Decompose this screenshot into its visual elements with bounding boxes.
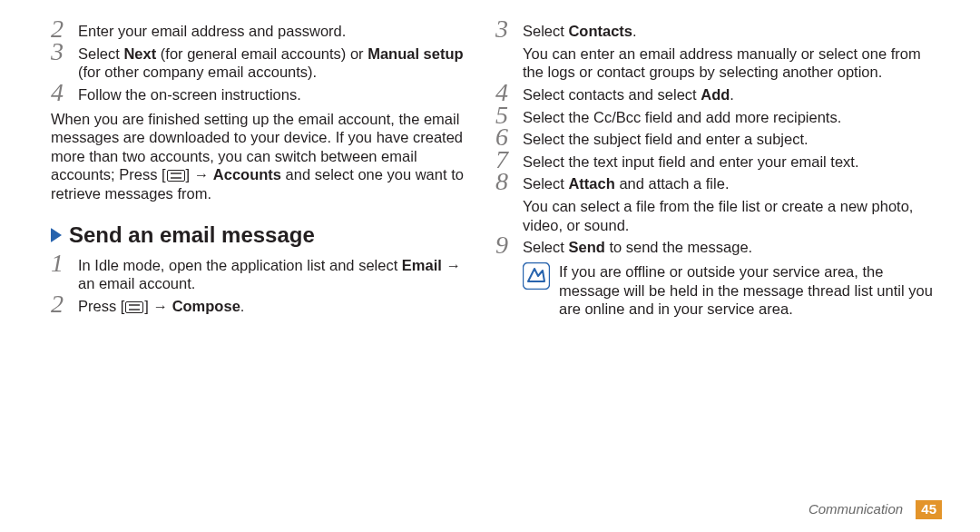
step-number: 1 bbox=[51, 251, 74, 276]
page-footer: Communication 45 bbox=[808, 500, 942, 519]
step-text: Select the Cc/Bcc field and add more rec… bbox=[523, 109, 841, 125]
step-item: 9Select Send to send the message. bbox=[495, 238, 940, 257]
step-subtext: You can select a file from the file list… bbox=[495, 197, 940, 234]
step-text: In Idle mode, open the application list … bbox=[78, 257, 461, 292]
step-item: 4Follow the on-screen instructions. bbox=[51, 85, 472, 104]
step-text: Select Contacts. bbox=[523, 23, 637, 39]
steps-group-send-cont: 3Select Contacts.You can enter an email … bbox=[495, 22, 940, 257]
menu-key-icon bbox=[124, 301, 144, 313]
step-text: Enter your email address and password. bbox=[78, 23, 346, 39]
step-item: 7Select the text input field and enter y… bbox=[495, 153, 940, 172]
column-left: 2Enter your email address and password.3… bbox=[51, 18, 495, 512]
step-number: 3 bbox=[495, 16, 519, 42]
step-item: 3Select Contacts. bbox=[495, 22, 940, 41]
step-number: 2 bbox=[51, 291, 74, 317]
column-right: 3Select Contacts.You can enter an email … bbox=[495, 18, 940, 512]
step-subtext: You can enter an email address manually … bbox=[495, 44, 940, 82]
heading-text: Send an email message bbox=[69, 222, 315, 249]
step-number: 4 bbox=[51, 80, 74, 105]
svg-rect-6 bbox=[524, 262, 550, 289]
step-item: 4Select contacts and select Add. bbox=[495, 85, 940, 104]
step-item: 1In Idle mode, open the application list… bbox=[51, 256, 472, 293]
page-number: 45 bbox=[916, 500, 942, 519]
step-text: Select the subject field and enter a sub… bbox=[523, 131, 808, 147]
step-item: 2Enter your email address and password. bbox=[51, 22, 472, 41]
step-item: 3Select Next (for general email accounts… bbox=[51, 44, 472, 82]
svg-rect-0 bbox=[167, 171, 184, 182]
note-offline: If you are offline or outside your servi… bbox=[495, 262, 940, 319]
note-text: If you are offline or outside your servi… bbox=[559, 262, 940, 319]
step-item: 6Select the subject field and enter a su… bbox=[495, 130, 940, 149]
step-item: 8Select Attach and attach a file. bbox=[495, 174, 940, 193]
step-text: Select Next (for general email accounts)… bbox=[78, 45, 464, 81]
paragraph-account-switch: When you are finished setting up the ema… bbox=[51, 110, 472, 203]
step-text: Select contacts and select Add. bbox=[523, 86, 734, 103]
heading-send-email: Send an email message bbox=[51, 222, 472, 249]
step-text: Select the text input field and enter yo… bbox=[523, 153, 859, 170]
step-item: 5Select the Cc/Bcc field and add more re… bbox=[495, 108, 940, 127]
chevron-right-icon bbox=[51, 228, 62, 242]
menu-key-icon bbox=[166, 170, 186, 182]
step-text: Press [] → Compose. bbox=[78, 298, 244, 314]
step-number: 3 bbox=[51, 39, 74, 64]
svg-rect-3 bbox=[126, 301, 143, 312]
step-number: 8 bbox=[495, 169, 519, 194]
chapter-name: Communication bbox=[808, 501, 903, 517]
step-text: Select Attach and attach a file. bbox=[523, 175, 729, 192]
step-number: 9 bbox=[495, 232, 519, 258]
manual-page: 2Enter your email address and password.3… bbox=[0, 0, 980, 532]
steps-group-send: 1In Idle mode, open the application list… bbox=[51, 256, 472, 316]
step-text: Select Send to send the message. bbox=[523, 239, 752, 255]
step-text: Follow the on-screen instructions. bbox=[78, 86, 301, 103]
step-item: 2Press [] → Compose. bbox=[51, 297, 472, 316]
steps-group-setup: 2Enter your email address and password.3… bbox=[51, 22, 472, 104]
note-icon bbox=[523, 262, 550, 290]
